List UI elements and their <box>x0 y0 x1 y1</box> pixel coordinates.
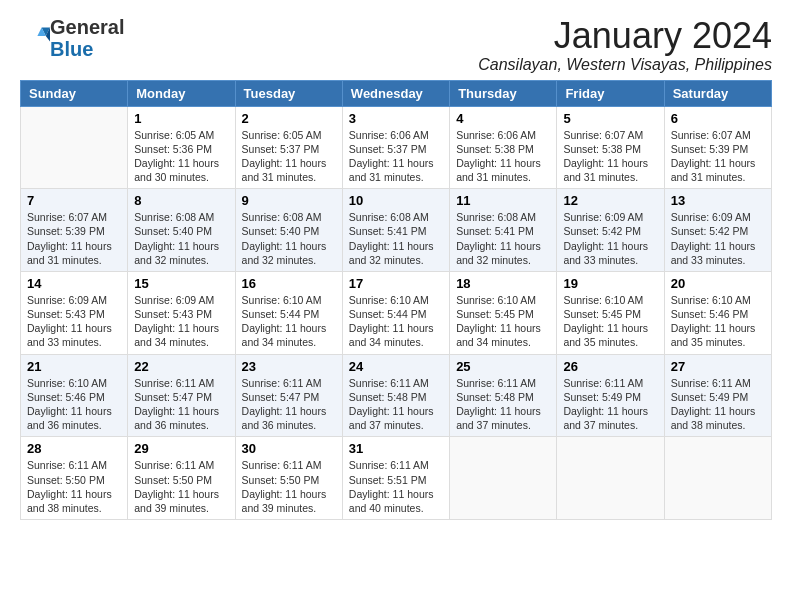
logo-blue-text: Blue <box>50 38 93 60</box>
calendar-cell: 15Sunrise: 6:09 AM Sunset: 5:43 PM Dayli… <box>128 271 235 354</box>
calendar-week-row: 7Sunrise: 6:07 AM Sunset: 5:39 PM Daylig… <box>21 189 772 272</box>
calendar-day-header: Friday <box>557 80 664 106</box>
day-info: Sunrise: 6:09 AM Sunset: 5:42 PM Dayligh… <box>671 210 765 267</box>
calendar-cell: 6Sunrise: 6:07 AM Sunset: 5:39 PM Daylig… <box>664 106 771 189</box>
calendar-cell: 26Sunrise: 6:11 AM Sunset: 5:49 PM Dayli… <box>557 354 664 437</box>
calendar-day-header: Saturday <box>664 80 771 106</box>
calendar-cell: 17Sunrise: 6:10 AM Sunset: 5:44 PM Dayli… <box>342 271 449 354</box>
day-number: 31 <box>349 441 443 456</box>
calendar-cell: 19Sunrise: 6:10 AM Sunset: 5:45 PM Dayli… <box>557 271 664 354</box>
calendar-cell: 18Sunrise: 6:10 AM Sunset: 5:45 PM Dayli… <box>450 271 557 354</box>
day-number: 27 <box>671 359 765 374</box>
calendar-day-header: Monday <box>128 80 235 106</box>
logo-general-text: General <box>50 16 124 38</box>
day-number: 16 <box>242 276 336 291</box>
day-info: Sunrise: 6:11 AM Sunset: 5:49 PM Dayligh… <box>671 376 765 433</box>
calendar-cell: 4Sunrise: 6:06 AM Sunset: 5:38 PM Daylig… <box>450 106 557 189</box>
day-info: Sunrise: 6:09 AM Sunset: 5:42 PM Dayligh… <box>563 210 657 267</box>
day-info: Sunrise: 6:09 AM Sunset: 5:43 PM Dayligh… <box>27 293 121 350</box>
day-number: 24 <box>349 359 443 374</box>
calendar-day-header: Sunday <box>21 80 128 106</box>
calendar-cell: 30Sunrise: 6:11 AM Sunset: 5:50 PM Dayli… <box>235 437 342 520</box>
page-header: General Blue January 2024 Cansilayan, We… <box>20 16 772 74</box>
calendar-cell: 14Sunrise: 6:09 AM Sunset: 5:43 PM Dayli… <box>21 271 128 354</box>
day-info: Sunrise: 6:05 AM Sunset: 5:37 PM Dayligh… <box>242 128 336 185</box>
calendar-cell: 23Sunrise: 6:11 AM Sunset: 5:47 PM Dayli… <box>235 354 342 437</box>
day-info: Sunrise: 6:11 AM Sunset: 5:50 PM Dayligh… <box>134 458 228 515</box>
day-number: 5 <box>563 111 657 126</box>
day-number: 11 <box>456 193 550 208</box>
day-info: Sunrise: 6:08 AM Sunset: 5:40 PM Dayligh… <box>134 210 228 267</box>
day-number: 26 <box>563 359 657 374</box>
day-number: 17 <box>349 276 443 291</box>
calendar-cell: 1Sunrise: 6:05 AM Sunset: 5:36 PM Daylig… <box>128 106 235 189</box>
calendar-cell: 27Sunrise: 6:11 AM Sunset: 5:49 PM Dayli… <box>664 354 771 437</box>
day-info: Sunrise: 6:10 AM Sunset: 5:45 PM Dayligh… <box>563 293 657 350</box>
calendar-cell: 20Sunrise: 6:10 AM Sunset: 5:46 PM Dayli… <box>664 271 771 354</box>
location-title: Cansilayan, Western Visayas, Philippines <box>478 56 772 74</box>
day-info: Sunrise: 6:07 AM Sunset: 5:39 PM Dayligh… <box>27 210 121 267</box>
day-number: 21 <box>27 359 121 374</box>
day-number: 2 <box>242 111 336 126</box>
calendar-cell <box>557 437 664 520</box>
day-info: Sunrise: 6:11 AM Sunset: 5:49 PM Dayligh… <box>563 376 657 433</box>
calendar-cell: 8Sunrise: 6:08 AM Sunset: 5:40 PM Daylig… <box>128 189 235 272</box>
day-info: Sunrise: 6:11 AM Sunset: 5:50 PM Dayligh… <box>27 458 121 515</box>
day-number: 10 <box>349 193 443 208</box>
calendar-cell: 25Sunrise: 6:11 AM Sunset: 5:48 PM Dayli… <box>450 354 557 437</box>
calendar-week-row: 1Sunrise: 6:05 AM Sunset: 5:36 PM Daylig… <box>21 106 772 189</box>
day-number: 15 <box>134 276 228 291</box>
day-number: 4 <box>456 111 550 126</box>
day-number: 19 <box>563 276 657 291</box>
calendar-cell: 13Sunrise: 6:09 AM Sunset: 5:42 PM Dayli… <box>664 189 771 272</box>
day-info: Sunrise: 6:11 AM Sunset: 5:51 PM Dayligh… <box>349 458 443 515</box>
day-info: Sunrise: 6:10 AM Sunset: 5:44 PM Dayligh… <box>242 293 336 350</box>
day-number: 29 <box>134 441 228 456</box>
day-info: Sunrise: 6:10 AM Sunset: 5:46 PM Dayligh… <box>27 376 121 433</box>
month-title: January 2024 <box>478 16 772 56</box>
day-info: Sunrise: 6:07 AM Sunset: 5:38 PM Dayligh… <box>563 128 657 185</box>
day-number: 22 <box>134 359 228 374</box>
day-number: 12 <box>563 193 657 208</box>
day-number: 25 <box>456 359 550 374</box>
day-number: 1 <box>134 111 228 126</box>
calendar-day-header: Tuesday <box>235 80 342 106</box>
calendar-cell: 9Sunrise: 6:08 AM Sunset: 5:40 PM Daylig… <box>235 189 342 272</box>
day-info: Sunrise: 6:10 AM Sunset: 5:45 PM Dayligh… <box>456 293 550 350</box>
day-info: Sunrise: 6:11 AM Sunset: 5:48 PM Dayligh… <box>349 376 443 433</box>
calendar-cell: 5Sunrise: 6:07 AM Sunset: 5:38 PM Daylig… <box>557 106 664 189</box>
calendar-cell <box>21 106 128 189</box>
calendar-cell: 21Sunrise: 6:10 AM Sunset: 5:46 PM Dayli… <box>21 354 128 437</box>
calendar-cell: 11Sunrise: 6:08 AM Sunset: 5:41 PM Dayli… <box>450 189 557 272</box>
calendar-week-row: 28Sunrise: 6:11 AM Sunset: 5:50 PM Dayli… <box>21 437 772 520</box>
calendar-week-row: 14Sunrise: 6:09 AM Sunset: 5:43 PM Dayli… <box>21 271 772 354</box>
title-block: January 2024 Cansilayan, Western Visayas… <box>478 16 772 74</box>
calendar-cell: 12Sunrise: 6:09 AM Sunset: 5:42 PM Dayli… <box>557 189 664 272</box>
day-info: Sunrise: 6:10 AM Sunset: 5:46 PM Dayligh… <box>671 293 765 350</box>
calendar-cell: 2Sunrise: 6:05 AM Sunset: 5:37 PM Daylig… <box>235 106 342 189</box>
calendar-cell: 24Sunrise: 6:11 AM Sunset: 5:48 PM Dayli… <box>342 354 449 437</box>
day-info: Sunrise: 6:07 AM Sunset: 5:39 PM Dayligh… <box>671 128 765 185</box>
day-number: 8 <box>134 193 228 208</box>
day-info: Sunrise: 6:08 AM Sunset: 5:41 PM Dayligh… <box>349 210 443 267</box>
calendar-cell: 10Sunrise: 6:08 AM Sunset: 5:41 PM Dayli… <box>342 189 449 272</box>
day-number: 3 <box>349 111 443 126</box>
calendar-cell: 28Sunrise: 6:11 AM Sunset: 5:50 PM Dayli… <box>21 437 128 520</box>
day-info: Sunrise: 6:09 AM Sunset: 5:43 PM Dayligh… <box>134 293 228 350</box>
day-info: Sunrise: 6:08 AM Sunset: 5:41 PM Dayligh… <box>456 210 550 267</box>
calendar-day-header: Thursday <box>450 80 557 106</box>
calendar-week-row: 21Sunrise: 6:10 AM Sunset: 5:46 PM Dayli… <box>21 354 772 437</box>
day-info: Sunrise: 6:10 AM Sunset: 5:44 PM Dayligh… <box>349 293 443 350</box>
day-info: Sunrise: 6:11 AM Sunset: 5:50 PM Dayligh… <box>242 458 336 515</box>
calendar-table: SundayMondayTuesdayWednesdayThursdayFrid… <box>20 80 772 520</box>
day-number: 9 <box>242 193 336 208</box>
day-info: Sunrise: 6:11 AM Sunset: 5:48 PM Dayligh… <box>456 376 550 433</box>
day-number: 28 <box>27 441 121 456</box>
calendar-cell: 7Sunrise: 6:07 AM Sunset: 5:39 PM Daylig… <box>21 189 128 272</box>
day-info: Sunrise: 6:08 AM Sunset: 5:40 PM Dayligh… <box>242 210 336 267</box>
day-info: Sunrise: 6:11 AM Sunset: 5:47 PM Dayligh… <box>242 376 336 433</box>
calendar-cell: 22Sunrise: 6:11 AM Sunset: 5:47 PM Dayli… <box>128 354 235 437</box>
calendar-cell: 31Sunrise: 6:11 AM Sunset: 5:51 PM Dayli… <box>342 437 449 520</box>
day-number: 14 <box>27 276 121 291</box>
day-number: 23 <box>242 359 336 374</box>
